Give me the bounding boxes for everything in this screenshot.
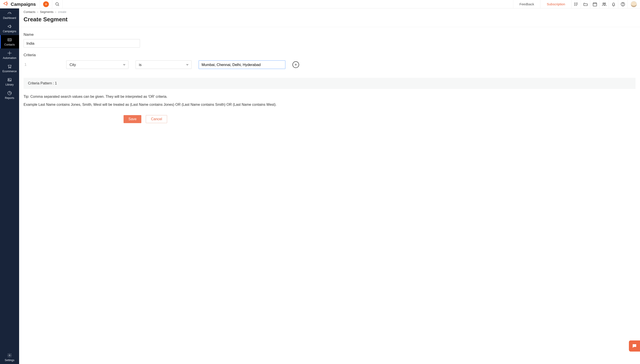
breadcrumb-segments[interactable]: Segments <box>40 10 54 14</box>
calendar-icon-button[interactable] <box>590 0 600 8</box>
segment-name-input[interactable] <box>24 39 140 48</box>
add-button[interactable]: + <box>40 0 52 8</box>
gauge-icon <box>7 11 12 16</box>
svg-point-13 <box>10 68 11 68</box>
avatar-icon <box>631 1 637 7</box>
svg-rect-9 <box>8 39 12 41</box>
id-card-icon <box>7 37 12 42</box>
brand[interactable]: Campaigns <box>0 0 40 8</box>
sidebar-item-label: Automation <box>3 56 16 60</box>
svg-point-2 <box>574 4 575 4</box>
sidebar-item-campaigns[interactable]: Campaigns <box>0 22 19 35</box>
sidebar-item-settings[interactable]: Settings <box>0 351 19 364</box>
criteria-operator-select[interactable]: is <box>136 60 192 69</box>
piechart-icon <box>7 91 12 96</box>
subscription-link[interactable]: Subscription <box>540 0 572 8</box>
breadcrumb-contacts[interactable]: Contacts <box>24 10 35 14</box>
sidebar-item-contacts[interactable]: Contacts <box>0 35 19 48</box>
sidebar-item-dashboard[interactable]: Dashboard <box>0 8 19 22</box>
svg-point-5 <box>603 3 604 4</box>
sidebar-item-label: Campaigns <box>3 30 16 33</box>
chevron-right-icon: › <box>37 10 38 14</box>
megaphone-icon <box>3 1 8 7</box>
criteria-field-value: City <box>70 63 76 67</box>
bell-icon-button[interactable] <box>609 0 618 8</box>
tip-text: Tip: Comma separated search values can b… <box>24 95 636 99</box>
topbar: Campaigns + Feedback Subscription <box>0 0 640 8</box>
brand-name: Campaigns <box>11 2 36 7</box>
help-icon <box>620 2 625 7</box>
help-icon-button[interactable] <box>618 0 628 8</box>
criteria-operator-value: is <box>139 63 142 67</box>
add-criteria-button[interactable] <box>292 61 299 68</box>
chat-fab[interactable] <box>629 340 640 352</box>
chevron-down-icon <box>122 63 126 66</box>
cancel-button[interactable]: Cancel <box>146 115 167 123</box>
megaphone-icon <box>7 24 12 29</box>
criteria-label: Criteria <box>24 53 636 57</box>
svg-point-1 <box>574 3 575 3</box>
svg-rect-14 <box>8 78 11 81</box>
sidebar-item-automation[interactable]: Automation <box>0 48 19 62</box>
automation-icon <box>7 51 12 56</box>
svg-point-0 <box>56 2 58 5</box>
main: Contacts › Segments › create Create Segm… <box>19 8 640 364</box>
search-icon <box>55 2 60 7</box>
svg-point-6 <box>604 3 606 4</box>
criteria-value-input[interactable] <box>199 60 285 69</box>
sidebar-item-ecommerce[interactable]: Ecommerce <box>0 62 19 75</box>
breadcrumb: Contacts › Segments › create <box>19 8 640 15</box>
gear-icon <box>7 353 12 358</box>
folder-icon-button[interactable] <box>581 0 590 8</box>
sidebar-item-label: Dashboard <box>3 16 16 20</box>
cart-icon <box>7 64 12 69</box>
sidebar: Dashboard Campaigns Contacts Automation … <box>0 8 19 364</box>
sidebar-item-library[interactable]: Library <box>0 75 19 88</box>
calendar-icon <box>592 2 597 7</box>
sidebar-item-label: Reports <box>5 96 14 100</box>
svg-point-11 <box>9 52 10 54</box>
people-icon-button[interactable] <box>600 0 609 8</box>
folder-icon <box>583 2 588 7</box>
sidebar-item-label: Library <box>6 83 14 86</box>
sidebar-item-label: Contacts <box>4 43 15 46</box>
topbar-spacer <box>63 0 513 8</box>
sidebar-item-label: Settings <box>5 359 14 362</box>
criteria-row: 1 City is <box>24 60 636 69</box>
global-search[interactable] <box>52 0 63 8</box>
page-title: Create Segment <box>19 15 640 27</box>
svg-rect-4 <box>593 3 597 6</box>
svg-point-10 <box>8 39 9 40</box>
svg-point-8 <box>623 5 623 5</box>
plus-icon: + <box>43 1 49 7</box>
breadcrumb-current: create <box>58 10 66 14</box>
profile-avatar[interactable] <box>628 0 640 8</box>
svg-point-12 <box>9 68 9 68</box>
list-icon-button[interactable] <box>572 0 581 8</box>
sidebar-item-label: Ecommerce <box>2 70 17 73</box>
example-text: Example Last Name contains Jones, Smith,… <box>24 103 636 107</box>
chat-icon <box>632 343 637 349</box>
criteria-pattern: Criteria Pattern : 1 <box>24 78 636 89</box>
svg-point-3 <box>574 5 575 6</box>
name-label: Name <box>24 32 636 37</box>
feedback-link[interactable]: Feedback <box>513 0 541 8</box>
chevron-down-icon <box>186 63 189 66</box>
criteria-field-select[interactable]: City <box>66 60 128 69</box>
people-icon <box>602 2 607 7</box>
bell-icon <box>611 2 616 7</box>
save-button[interactable]: Save <box>124 115 141 123</box>
sidebar-item-reports[interactable]: Reports <box>0 88 19 102</box>
plus-icon <box>294 63 297 66</box>
list-icon <box>574 2 579 7</box>
chevron-right-icon: › <box>55 10 56 14</box>
criteria-index: 1 <box>24 62 59 67</box>
svg-point-16 <box>9 355 10 356</box>
image-icon <box>7 77 12 82</box>
